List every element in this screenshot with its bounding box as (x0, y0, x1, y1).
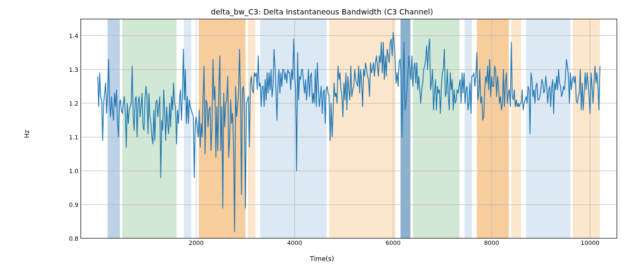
span (511, 19, 521, 239)
x-tick-label: 6000 (386, 240, 401, 247)
y-tick-label: 0.8 (57, 235, 78, 242)
y-tick-label: 1.0 (57, 167, 78, 174)
plot-svg (80, 19, 617, 239)
span (413, 19, 459, 239)
x-tick-label: 8000 (484, 240, 499, 247)
x-tick-label: 2000 (189, 240, 204, 247)
span (184, 19, 192, 239)
y-tick-label: 1.1 (57, 133, 78, 140)
span (477, 19, 509, 239)
y-tick-label: 1.3 (57, 66, 78, 73)
x-tick-label: 4000 (287, 240, 302, 247)
axes: 200040006000800010000 0.80.91.01.11.21.3… (80, 19, 617, 239)
chart-title: delta_bw_C3: Delta Instantaneous Bandwid… (0, 8, 644, 16)
y-axis-label: Hz (21, 0, 32, 268)
span (573, 19, 599, 239)
figure: delta_bw_C3: Delta Instantaneous Bandwid… (0, 0, 644, 268)
y-tick-label: 1.2 (57, 100, 78, 107)
x-tick-label: 10000 (581, 240, 599, 247)
span (329, 19, 396, 239)
span (465, 19, 472, 239)
y-tick-label: 0.9 (57, 201, 78, 208)
span (526, 19, 570, 239)
background-spans (107, 19, 599, 239)
y-tick-label: 1.4 (57, 32, 78, 39)
x-axis-label: Time(s) (0, 255, 644, 263)
